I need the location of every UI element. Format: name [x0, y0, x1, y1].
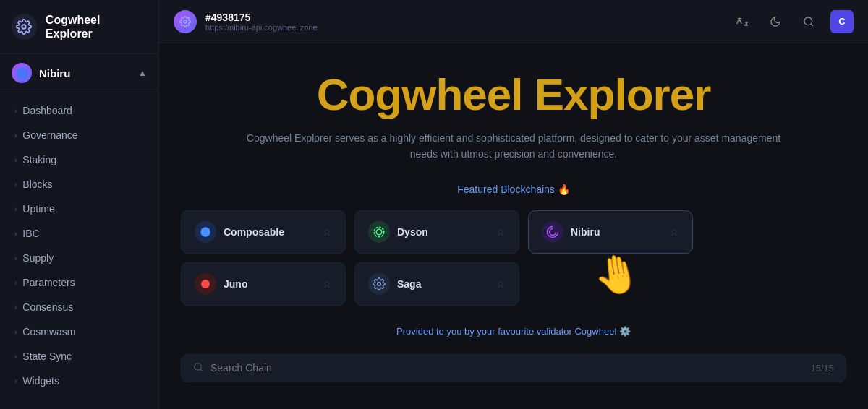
chain-card-left: Nibiru: [542, 221, 600, 243]
avatar-label: C: [838, 16, 845, 27]
chain-name-composable: Composable: [224, 226, 284, 238]
svg-point-4: [376, 229, 382, 235]
chevron-icon: ›: [14, 156, 17, 164]
chain-icon-saga: [368, 273, 390, 295]
sidebar-item-state-sync[interactable]: › State Sync: [0, 344, 158, 369]
chain-card-left: Composable: [195, 221, 284, 243]
chevron-icon: ›: [14, 279, 17, 287]
sidebar-item-label: Blocks: [22, 178, 52, 190]
chain-card-left: Juno: [195, 273, 247, 295]
chain-card-dyson[interactable]: Dyson ☆: [354, 210, 519, 254]
hero-title: Cogwheel Explorer: [181, 72, 846, 117]
chain-card-left: Saga: [368, 273, 421, 295]
sidebar-item-cosmwasm[interactable]: › Cosmwasm: [0, 319, 158, 344]
svg-point-0: [22, 25, 27, 29]
app-logo-icon: [12, 14, 37, 40]
chevron-icon: ›: [14, 230, 17, 238]
chevron-icon: ›: [14, 107, 17, 115]
sidebar-item-label: Uptime: [22, 203, 54, 215]
featured-link[interactable]: Featured Blockchains 🔥: [457, 184, 570, 195]
sidebar-item-widgets[interactable]: › Widgets: [0, 369, 158, 393]
sidebar-item-governance[interactable]: › Governance: [0, 123, 158, 147]
sidebar-item-consensus[interactable]: › Consensus: [0, 295, 158, 319]
sidebar-item-ibc[interactable]: › IBC: [0, 221, 158, 246]
search-bar: 15/15: [181, 354, 846, 382]
sidebar-item-label: State Sync: [22, 350, 72, 362]
chain-card-juno[interactable]: Juno ☆: [181, 262, 346, 306]
hero-subtitle: Cogwheel Explorer serves as a highly eff…: [231, 130, 796, 163]
chevron-icon: ›: [14, 328, 17, 336]
sidebar-item-parameters[interactable]: › Parameters: [0, 270, 158, 295]
user-avatar-button[interactable]: C: [830, 10, 854, 33]
chevron-icon: ›: [14, 132, 17, 139]
sidebar-item-staking[interactable]: › Staking: [0, 147, 158, 172]
chevron-icon: ›: [14, 181, 17, 189]
search-count: 15/15: [810, 363, 834, 374]
chain-name-dyson: Dyson: [397, 226, 428, 238]
chain-card-saga[interactable]: Saga ☆: [354, 262, 519, 306]
chain-name: Nibiru: [39, 67, 70, 79]
chevron-icon: ›: [14, 303, 17, 311]
star-icon[interactable]: ☆: [323, 226, 332, 238]
app-name: Cogwheel Explorer: [46, 13, 147, 40]
chain-selector[interactable]: 🌀 Nibiru ▲: [0, 54, 158, 92]
chain-card-left: Dyson: [368, 221, 428, 243]
chevron-icon: ›: [14, 377, 17, 385]
svg-point-3: [200, 227, 210, 237]
sidebar-item-label: Supply: [22, 252, 54, 264]
header-right: C: [731, 10, 854, 33]
sidebar-item-uptime[interactable]: › Uptime: [0, 197, 158, 221]
svg-point-8: [195, 363, 201, 370]
search-input[interactable]: [210, 362, 803, 374]
sidebar-item-label: IBC: [22, 228, 39, 239]
chain-card-composable[interactable]: Composable ☆: [181, 210, 346, 254]
translate-button[interactable]: [731, 10, 754, 33]
sidebar-item-label: Cosmwasm: [22, 326, 75, 337]
sidebar-item-label: Dashboard: [22, 105, 72, 116]
provided-link[interactable]: Provided to you by your favourite valida…: [396, 326, 631, 337]
theme-toggle-button[interactable]: [764, 10, 787, 33]
sidebar-item-label: Staking: [22, 154, 56, 165]
app-logo: Cogwheel Explorer: [0, 0, 158, 54]
chain-avatar: 🌀: [12, 63, 32, 83]
chain-info: 🌀 Nibiru: [12, 63, 70, 83]
chain-name-nibiru: Nibiru: [571, 226, 600, 238]
star-icon[interactable]: ☆: [670, 226, 679, 238]
node-id: #4938175: [205, 12, 318, 23]
svg-point-5: [374, 227, 384, 237]
chevron-up-icon: ▲: [138, 68, 147, 78]
node-icon: [174, 10, 197, 33]
star-icon[interactable]: ☆: [323, 278, 332, 290]
sidebar-item-label: Widgets: [22, 375, 59, 387]
svg-point-2: [804, 17, 812, 25]
sidebar-nav: › Dashboard › Governance › Staking › Blo…: [0, 92, 158, 399]
sidebar-item-dashboard[interactable]: › Dashboard: [0, 98, 158, 123]
main-content: #4938175 https://nibiru-api.cogwheel.zon…: [159, 0, 868, 409]
svg-point-1: [184, 20, 187, 23]
search-button[interactable]: [797, 10, 820, 33]
app-header: #4938175 https://nibiru-api.cogwheel.zon…: [159, 0, 868, 43]
page-content: Cogwheel Explorer Cogwheel Explorer serv…: [159, 43, 868, 409]
sidebar-item-label: Consensus: [22, 301, 73, 313]
star-icon[interactable]: ☆: [496, 278, 506, 290]
featured-label: Featured Blockchains 🔥: [181, 183, 846, 196]
star-icon[interactable]: ☆: [496, 226, 506, 238]
chain-icon-juno: [195, 273, 216, 295]
sidebar-item-supply[interactable]: › Supply: [0, 246, 158, 270]
chevron-icon: ›: [14, 254, 17, 262]
chain-name-saga: Saga: [397, 278, 421, 290]
svg-point-7: [378, 283, 381, 286]
search-icon: [193, 362, 203, 374]
chevron-icon: ›: [14, 205, 17, 213]
chain-card-nibiru[interactable]: Nibiru ☆: [528, 210, 693, 254]
header-left: #4938175 https://nibiru-api.cogwheel.zon…: [174, 10, 318, 33]
provided-text: Provided to you by your favourite valida…: [181, 326, 846, 337]
chain-icon-dyson: [368, 221, 390, 243]
chevron-icon: ›: [14, 353, 17, 361]
chain-icon-composable: [195, 221, 216, 243]
node-url: https://nibiru-api.cogwheel.zone: [205, 23, 318, 32]
chain-name-juno: Juno: [224, 278, 247, 290]
chain-icon-nibiru: [542, 221, 563, 243]
sidebar-item-label: Governance: [22, 129, 77, 141]
sidebar-item-blocks[interactable]: › Blocks: [0, 172, 158, 197]
